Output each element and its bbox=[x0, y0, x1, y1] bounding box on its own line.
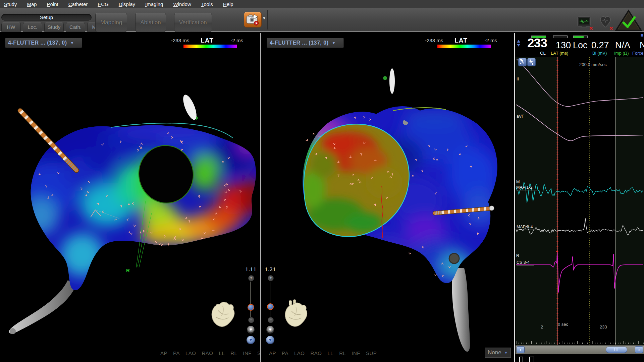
rotate-view-button[interactable]: ♥ bbox=[247, 336, 255, 344]
map-selector-right[interactable]: 4-FLUTTER ... (137, 0) ▼ bbox=[267, 38, 344, 48]
scroll-thumb[interactable]: III bbox=[606, 347, 627, 353]
menu-tools[interactable]: Tools bbox=[201, 1, 213, 7]
chevron-down-icon: ▼ bbox=[332, 41, 335, 45]
map-view-right[interactable]: 4-FLUTTER ... (137, 0) ▼ -233 ms LAT -2 … bbox=[261, 33, 514, 362]
zoom-out-button[interactable]: − bbox=[248, 317, 254, 323]
menu-catheter[interactable]: Catheter bbox=[68, 1, 88, 7]
map-selector-left[interactable]: 4-FLUTTER ... (137, 0) ▼ bbox=[5, 38, 82, 48]
orientation-label[interactable]: PA bbox=[282, 350, 288, 356]
camera-icon bbox=[244, 12, 261, 26]
orientation-label[interactable]: SUP bbox=[257, 350, 260, 356]
menu-help[interactable]: Help bbox=[223, 1, 233, 7]
panel-corner-button[interactable] bbox=[641, 34, 643, 37]
rt-monitor-disconnected-icon[interactable]: ✕ bbox=[578, 17, 593, 31]
waveform-plus-icon bbox=[528, 58, 535, 65]
spinner-down-icon bbox=[517, 44, 520, 47]
menu-bar: Study Map Point Catheter ECG Display Ima… bbox=[0, 0, 644, 8]
mode-button[interactable]: Verification bbox=[174, 13, 212, 32]
orientation-label[interactable]: INF bbox=[352, 350, 360, 356]
lat-color-scale-right: -233 ms LAT -2 ms bbox=[425, 38, 497, 54]
imp-label: Imp (Ω) bbox=[614, 51, 629, 56]
orientation-label[interactable]: SUP bbox=[366, 350, 377, 356]
setup-tab[interactable]: Loc. bbox=[23, 22, 42, 32]
zoom-track[interactable] bbox=[251, 282, 251, 317]
trace-label-ii[interactable]: II bbox=[517, 77, 524, 82]
fill-viewport-button[interactable]: ♥ bbox=[266, 326, 274, 334]
catheter-tip bbox=[489, 206, 494, 210]
mode-button[interactable]: Mapping bbox=[95, 13, 127, 32]
zoom-in-button[interactable]: + bbox=[268, 275, 274, 281]
orientation-label[interactable]: INF bbox=[243, 350, 252, 356]
reference-annotation: R bbox=[126, 267, 130, 273]
lat-label: LAT (ms) bbox=[551, 51, 568, 56]
setup-tab[interactable]: HW bbox=[1, 22, 21, 32]
tag-filter-dropdown[interactable]: None ▼ bbox=[485, 348, 511, 358]
lat-progress-bar bbox=[553, 36, 568, 38]
orientation-buttons-left: APPALAORAOLLRLINFSUP bbox=[160, 350, 260, 356]
chevron-down-icon: ▼ bbox=[70, 41, 74, 45]
camera-dropdown-chevron-icon[interactable]: ▼ bbox=[262, 16, 266, 20]
zoom-handle[interactable] bbox=[248, 304, 254, 311]
fill-viewport-button[interactable]: ♥ bbox=[247, 326, 255, 334]
trace-label-avf[interactable]: aVF bbox=[517, 114, 529, 119]
gain-spinner[interactable] bbox=[517, 40, 520, 49]
zoom-out-button[interactable]: − bbox=[268, 317, 274, 323]
orientation-label[interactable]: PA bbox=[173, 350, 180, 356]
orientation-label[interactable]: RAO bbox=[202, 350, 213, 356]
mode-button[interactable]: Ablation bbox=[135, 13, 166, 32]
orientation-label[interactable]: AP bbox=[269, 350, 276, 356]
rotate-view-button[interactable]: ♥ bbox=[266, 336, 274, 344]
menu-imaging[interactable]: Imaging bbox=[145, 1, 163, 7]
orientation-label[interactable]: LL bbox=[219, 350, 225, 356]
ecg-header: 233 130 Loc 0.27 N/A N CL LAT (ms) Bi (m… bbox=[516, 33, 644, 57]
zoom-slider-right: 1.21 + − ♥ ♥ bbox=[264, 266, 277, 349]
trace-label-cs34[interactable]: CS 3-4 bbox=[517, 260, 534, 265]
time-label-left: 2 bbox=[541, 324, 543, 329]
setup-group-label: Setup bbox=[1, 14, 92, 21]
orientation-label[interactable]: AP bbox=[160, 350, 167, 356]
orientation-label[interactable]: RAO bbox=[310, 350, 322, 356]
menu-map[interactable]: Map bbox=[27, 1, 37, 7]
clipped-glyph bbox=[529, 357, 534, 362]
orientation-label[interactable]: LL bbox=[327, 350, 333, 356]
trace-label-map12[interactable]: MAP 1-2 bbox=[516, 185, 537, 190]
map-view-left[interactable]: 4-FLUTTER ... (137, 0) ▼ -233 ms LAT -2 … bbox=[0, 33, 260, 362]
orientation-label[interactable]: RL bbox=[230, 350, 237, 356]
system-status-ok-icon[interactable] bbox=[616, 11, 641, 30]
menu-point[interactable]: Point bbox=[47, 1, 58, 7]
zoom-handle[interactable] bbox=[267, 303, 274, 310]
orientation-label[interactable]: RL bbox=[339, 350, 346, 356]
ecg-panel: 233 130 Loc 0.27 N/A N CL LAT (ms) Bi (m… bbox=[516, 33, 644, 362]
ecg-scrollbar[interactable]: ‹ III › bbox=[516, 345, 644, 354]
trace-label-map34[interactable]: MAP 3-4 bbox=[517, 225, 537, 230]
orientation-label[interactable]: LAO bbox=[185, 350, 196, 356]
reference-heart-disconnected-icon[interactable]: ✕ bbox=[600, 16, 613, 31]
map-point-marker bbox=[312, 133, 315, 135]
add-signal-button[interactable] bbox=[527, 58, 536, 66]
cs-ostium bbox=[449, 253, 459, 263]
setup-tab[interactable]: Cath. bbox=[66, 22, 85, 32]
menu-study[interactable]: Study bbox=[4, 1, 17, 7]
clipped-glyph bbox=[519, 357, 523, 362]
menu-display[interactable]: Display bbox=[119, 1, 135, 7]
orientation-label[interactable]: LAO bbox=[294, 350, 305, 356]
chevron-down-icon: ▼ bbox=[504, 351, 508, 355]
menu-ecg[interactable]: ECG bbox=[98, 1, 109, 7]
zoom-value: 1.21 bbox=[264, 266, 277, 273]
zoom-in-button[interactable]: + bbox=[248, 275, 254, 281]
time-label-zero: 0 sec bbox=[558, 322, 568, 327]
tools-button[interactable] bbox=[518, 58, 527, 66]
scroll-right-button[interactable]: › bbox=[635, 346, 643, 353]
zoom-track[interactable] bbox=[270, 282, 270, 317]
menu-window[interactable]: Window bbox=[173, 1, 191, 7]
bi-value: 0.27 bbox=[591, 40, 609, 51]
main-toolbar: Setup HWLoc.StudyCath.Map MappingAblatio… bbox=[0, 8, 644, 32]
map-point-marker bbox=[306, 139, 308, 141]
scroll-left-button[interactable]: ‹ bbox=[517, 346, 525, 353]
setup-tab[interactable]: Study bbox=[44, 22, 64, 32]
ecg-panel-divider bbox=[514, 33, 515, 362]
lat-gradient-bar bbox=[183, 45, 237, 48]
lat-map-right bbox=[261, 33, 514, 362]
snapshot-camera-button[interactable] bbox=[244, 12, 262, 27]
trace-prefix-m: M bbox=[516, 180, 520, 184]
